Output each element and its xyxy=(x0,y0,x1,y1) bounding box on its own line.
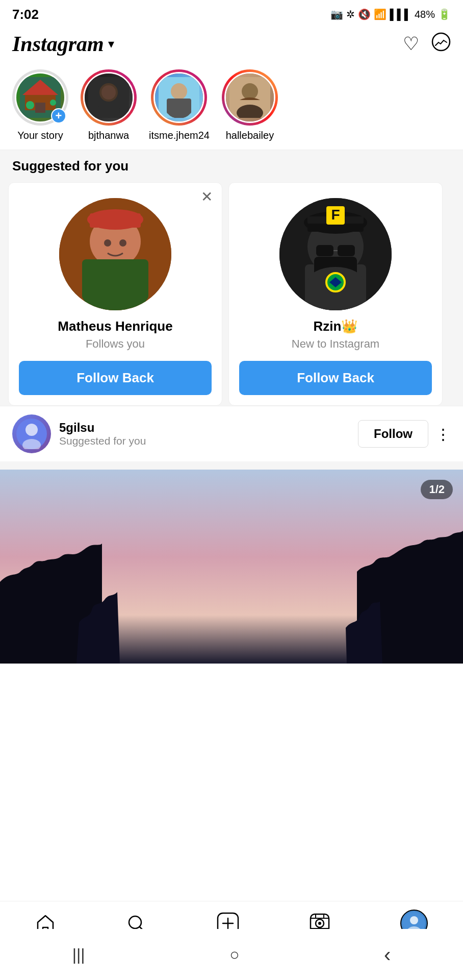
story-ring xyxy=(222,69,278,126)
user-row-name: 5gilsu xyxy=(59,421,358,435)
suggestion-card-rzin: F Rzin👑 xyxy=(228,182,443,406)
wifi-icon: 📶 xyxy=(374,8,387,20)
svg-point-24 xyxy=(104,239,111,247)
svg-point-16 xyxy=(242,83,258,100)
svg-rect-14 xyxy=(167,99,191,114)
suggestion-card-matheus: ✕ xyxy=(8,182,222,406)
svg-point-10 xyxy=(101,85,116,100)
signal-icon: ▌▌▌ xyxy=(390,9,411,20)
story-bjthanwa[interactable]: bjthanwa xyxy=(81,69,137,141)
story-avatar xyxy=(224,72,275,123)
svg-text:F: F xyxy=(331,207,340,223)
story-ring xyxy=(81,69,137,126)
suggested-user-row: 5gilsu Suggested for you Follow ⋮ xyxy=(0,406,463,461)
svg-point-9 xyxy=(97,103,120,118)
follow-button[interactable]: Follow xyxy=(358,420,428,448)
follow-back-matheus-button[interactable]: Follow Back xyxy=(19,361,212,395)
suggested-title: Suggested for you xyxy=(0,158,463,182)
story-avatar-wrapper xyxy=(151,69,207,126)
status-icons: 📷 ✲ 🔇 📶 ▌▌▌ 48% 🔋 xyxy=(330,8,451,20)
story-ring xyxy=(151,69,207,126)
system-menu-button[interactable]: ||| xyxy=(72,945,85,964)
battery-text: 48% xyxy=(415,9,435,20)
status-time: 7:02 xyxy=(12,7,39,22)
rzin-avatar[interactable]: F xyxy=(279,198,392,310)
svg-rect-21 xyxy=(82,259,148,300)
svg-point-25 xyxy=(119,239,126,247)
battery-icon: 🔋 xyxy=(438,8,451,20)
follow-back-rzin-button[interactable]: Follow Back xyxy=(239,361,432,395)
svg-point-51 xyxy=(318,922,321,925)
header-logo[interactable]: Instagram ▾ xyxy=(12,32,114,56)
svg-rect-34 xyxy=(316,245,333,256)
person1-avatar xyxy=(85,74,133,121)
more-options-button[interactable]: ⋮ xyxy=(435,425,451,443)
svg-rect-35 xyxy=(338,245,355,256)
bluetooth-icon: ✲ xyxy=(346,8,355,20)
svg-point-0 xyxy=(432,33,450,51)
close-card-matheus[interactable]: ✕ xyxy=(201,190,213,204)
header-icons: ♡ xyxy=(403,32,451,56)
story-label: bjthanwa xyxy=(88,130,129,141)
matheus-name: Matheus Henrique xyxy=(58,318,172,334)
mute-icon: 🔇 xyxy=(358,8,371,20)
user-row-avatar[interactable] xyxy=(12,414,51,453)
rzin-sub: New to Instagram xyxy=(292,337,379,351)
person2-avatar xyxy=(155,74,203,121)
system-nav: ||| ○ ‹ xyxy=(0,929,463,980)
svg-point-12 xyxy=(171,83,187,100)
user-row-sub: Suggested for you xyxy=(59,435,358,447)
rzin-name: Rzin👑 xyxy=(314,318,358,334)
story-label: hallebailey xyxy=(226,130,274,141)
svg-rect-23 xyxy=(90,213,141,228)
story-label: Your story xyxy=(17,130,63,141)
user-row-info: 5gilsu Suggested for you xyxy=(59,421,358,447)
rzin-avatar-inner: F xyxy=(279,198,392,310)
story-avatar-wrapper xyxy=(222,69,278,126)
story-avatar xyxy=(83,72,134,123)
post-image: 1/2 xyxy=(0,470,463,664)
person3-avatar xyxy=(226,74,274,121)
heart-icon[interactable]: ♡ xyxy=(403,33,419,55)
svg-point-59 xyxy=(410,916,418,924)
messenger-icon[interactable] xyxy=(431,32,451,56)
svg-rect-4 xyxy=(35,103,45,113)
svg-point-5 xyxy=(26,101,34,109)
system-home-button[interactable]: ○ xyxy=(229,945,239,964)
add-story-button[interactable]: + xyxy=(51,108,66,124)
story-hallebailey[interactable]: hallebailey xyxy=(222,69,278,141)
suggested-section: Suggested for you ✕ xyxy=(0,150,463,470)
instagram-logo: Instagram xyxy=(12,32,104,56)
user-row-actions: Follow ⋮ xyxy=(358,420,451,448)
camera-icon: 📷 xyxy=(330,8,343,20)
svg-point-41 xyxy=(25,424,38,436)
story-label: itsme.jhem24 xyxy=(149,130,210,141)
suggested-cards: ✕ xyxy=(0,182,463,406)
story-avatar xyxy=(153,72,204,123)
svg-point-6 xyxy=(50,100,56,106)
stories-container: + Your story xyxy=(0,61,463,150)
matheus-avatar-inner xyxy=(59,198,171,310)
story-avatar-wrapper xyxy=(81,69,137,126)
dropdown-icon[interactable]: ▾ xyxy=(108,37,114,51)
status-bar: 7:02 📷 ✲ 🔇 📶 ▌▌▌ 48% 🔋 xyxy=(0,0,463,27)
story-your-story[interactable]: + Your story xyxy=(12,69,68,141)
header: Instagram ▾ ♡ xyxy=(0,27,463,61)
matheus-avatar[interactable] xyxy=(59,198,171,310)
system-back-button[interactable]: ‹ xyxy=(384,943,391,966)
story-avatar-wrapper: + xyxy=(12,69,68,126)
story-itsme-jhem24[interactable]: itsme.jhem24 xyxy=(149,69,210,141)
post-counter: 1/2 xyxy=(421,480,453,499)
matheus-sub: Follows you xyxy=(86,337,145,351)
